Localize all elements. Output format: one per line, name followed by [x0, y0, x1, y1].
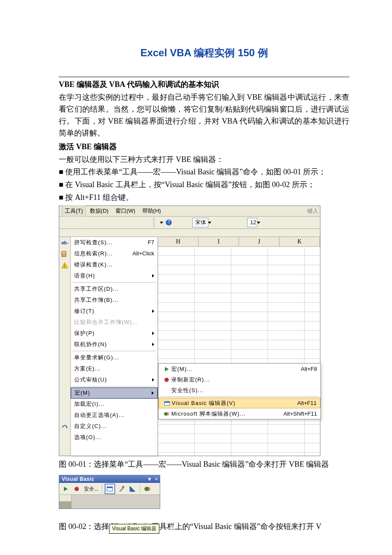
vbe-button[interactable]	[105, 484, 115, 494]
menu-item-research[interactable]: 信息检索(R)...Alt+Click	[71, 248, 158, 259]
bullet-3: ■ 按 Alt+F11 组合键。	[59, 192, 349, 204]
record-icon	[74, 486, 79, 491]
tools-dropdown-menu: 拼写检查(S)...F7 信息检索(R)...Alt+Click 错误检查(K)…	[71, 237, 158, 456]
col-header-h[interactable]: H	[158, 237, 199, 246]
excel-menu-bar: 工具(T) 数据(D) 窗口(W) 帮助(H) 键入	[59, 206, 320, 217]
bullet-2: ■ 在 Visual Basic 工具栏上，按“Visual Basic 编辑器…	[59, 179, 349, 191]
horizontal-rule	[59, 77, 349, 77]
menu-data[interactable]: 数据(D)	[87, 205, 112, 217]
svg-text:ab✓: ab✓	[61, 240, 68, 245]
font-size-value: 12	[250, 218, 256, 227]
vb-toolbar-title: Visual Basic	[62, 475, 95, 483]
intro-paragraph: 在学习这些实例的过程中，最好自己动手将它们输入到 VBE 编辑器中调试运行，来查…	[59, 92, 349, 139]
toolbar-divider	[102, 485, 102, 493]
figure-00-02-caption: 图 00-02：选择 Visual Basic 工具栏上的“Visual Bas…	[59, 521, 349, 533]
vbe-icon	[164, 400, 170, 406]
spellcheck-icon: ab✓	[61, 239, 68, 246]
menu-tools[interactable]: 工具(T)	[62, 205, 86, 217]
menu-item-compare-merge: 比较和合并工作簿(W)...	[71, 317, 158, 328]
menu-item-goal-seek[interactable]: 单变量求解(G)...	[71, 352, 158, 363]
menu-help[interactable]: 帮助(H)	[139, 205, 164, 217]
vb-toolbar: 安全...	[59, 483, 160, 495]
submenu-item-vbe[interactable]: Visual Basic 编辑器(V) Alt+F11	[159, 398, 320, 408]
record-macro-button[interactable]	[72, 484, 81, 494]
col-header-i[interactable]: I	[199, 237, 239, 246]
column-headers: H I J K	[158, 237, 320, 247]
design-mode-button[interactable]	[128, 484, 137, 494]
script-editor-icon	[144, 486, 151, 492]
security-button[interactable]: 安全...	[83, 485, 99, 493]
excel-toolbar: ? 宋体 12	[59, 217, 320, 229]
figure-00-01: 工具(T) 数据(D) 窗口(W) 帮助(H) 键入 ? 宋体 12	[59, 205, 320, 456]
formula-bar-area	[59, 229, 320, 237]
submenu-separator	[160, 396, 319, 397]
play-icon	[164, 367, 169, 372]
font-size-selector[interactable]: 12	[247, 218, 257, 227]
svg-rect-9	[164, 402, 170, 403]
menu-item-errorcheck[interactable]: 错误检查(K)...	[71, 259, 158, 270]
menu-item-scenarios[interactable]: 方案(E)...	[71, 363, 158, 374]
errorcheck-icon: !	[61, 262, 68, 269]
vbe-button-tooltip: Visual Basic 编辑器	[109, 524, 159, 534]
chevron-right-icon	[152, 332, 154, 335]
col-header-j[interactable]: J	[239, 237, 280, 246]
submenu-item-record[interactable]: 录制新宏(R)...	[159, 374, 320, 385]
section-heading-activate: 激活 VBE 编辑器	[59, 141, 349, 153]
menu-item-track-changes[interactable]: 修订(T)	[71, 306, 158, 317]
chevron-right-icon	[152, 378, 154, 382]
toolbar-grip[interactable]	[153, 218, 155, 227]
control-toolbox-button[interactable]	[117, 484, 126, 494]
run-macro-button[interactable]	[61, 484, 70, 494]
menu-item-addins[interactable]: 加载宏(I)...	[71, 399, 158, 410]
submenu-item-script-editor[interactable]: Microsoft 脚本编辑器(W)... Alt+Shift+F11	[159, 408, 320, 419]
help-icon[interactable]: ?	[166, 220, 172, 225]
svg-point-7	[164, 378, 169, 382]
toolbar-dropdown-icon[interactable]	[160, 222, 163, 224]
script-editor-button[interactable]	[143, 484, 152, 494]
close-icon[interactable]: ×	[155, 475, 158, 483]
ruler-triangle-icon	[129, 486, 136, 492]
svg-marker-12	[64, 487, 68, 491]
font-name-dropdown-icon[interactable]	[208, 222, 211, 224]
bullet-1: ■ 使用工作表菜单“工具——宏——Visual Basic 编辑器”命令，如图 …	[59, 166, 349, 178]
svg-rect-15	[107, 487, 112, 488]
chevron-right-icon	[152, 309, 154, 313]
menu-separator	[72, 282, 156, 283]
figure-00-02: Visual Basic ▼ × 安全... Visual	[59, 475, 349, 509]
spreadsheet-grid[interactable]	[158, 246, 320, 456]
row-headers	[59, 495, 72, 509]
submenu-item-macros[interactable]: 宏(M)... Alt+F8	[159, 364, 320, 374]
play-icon	[63, 486, 68, 491]
font-size-dropdown-icon[interactable]	[257, 222, 260, 224]
menu-item-spellcheck[interactable]: 拼写检查(S)...F7	[71, 237, 158, 248]
svg-point-11	[166, 412, 169, 416]
submenu-item-security[interactable]: 安全性(S)...	[159, 385, 320, 396]
menu-item-options[interactable]: 选项(O)...	[71, 432, 158, 443]
research-icon	[61, 251, 68, 257]
menu-separator	[72, 351, 156, 351]
menu-item-autocorrect[interactable]: 自动更正选项(A)...	[71, 410, 158, 421]
menu-item-speech[interactable]: 语音(H)	[71, 270, 158, 281]
vb-sheet-area	[59, 495, 160, 509]
page-title: Excel VBA 编程实例 150 例	[59, 45, 349, 61]
font-name-selector[interactable]: 宋体	[192, 218, 208, 227]
macro-submenu: 宏(M)... Alt+F8 录制新宏(R)... 安全性(S)...	[158, 363, 321, 419]
menu-item-customize[interactable]: 自定义(C)...	[71, 421, 158, 432]
menu-item-shared-workspace[interactable]: 共享工作区(D)...	[71, 283, 158, 295]
chevron-right-icon	[152, 391, 154, 395]
menu-icon-column: ab✓ !	[59, 237, 71, 456]
menu-item-online-collab[interactable]: 联机协作(N)	[71, 339, 158, 350]
vb-toolbar-titlebar[interactable]: Visual Basic ▼ ×	[59, 475, 160, 483]
menu-item-share-workbook[interactable]: 共享工作簿(B)...	[71, 295, 158, 306]
type-question-hint[interactable]: 键入	[307, 207, 320, 215]
col-header-k[interactable]: K	[280, 237, 320, 246]
menu-item-macro[interactable]: 宏(M)	[71, 387, 158, 399]
menu-separator	[72, 386, 156, 387]
toolbar-options-icon[interactable]: ▼	[147, 475, 152, 483]
svg-marker-6	[165, 367, 169, 371]
menu-item-formula-auditing[interactable]: 公式审核(U)	[71, 374, 158, 385]
menu-window[interactable]: 窗口(W)	[112, 205, 138, 217]
figure-00-01-caption: 图 00-01：选择菜单“工具——宏——Visual Basic 编辑器”命令来…	[59, 459, 349, 471]
svg-point-16	[122, 486, 124, 489]
menu-item-protection[interactable]: 保护(P)	[71, 328, 158, 339]
